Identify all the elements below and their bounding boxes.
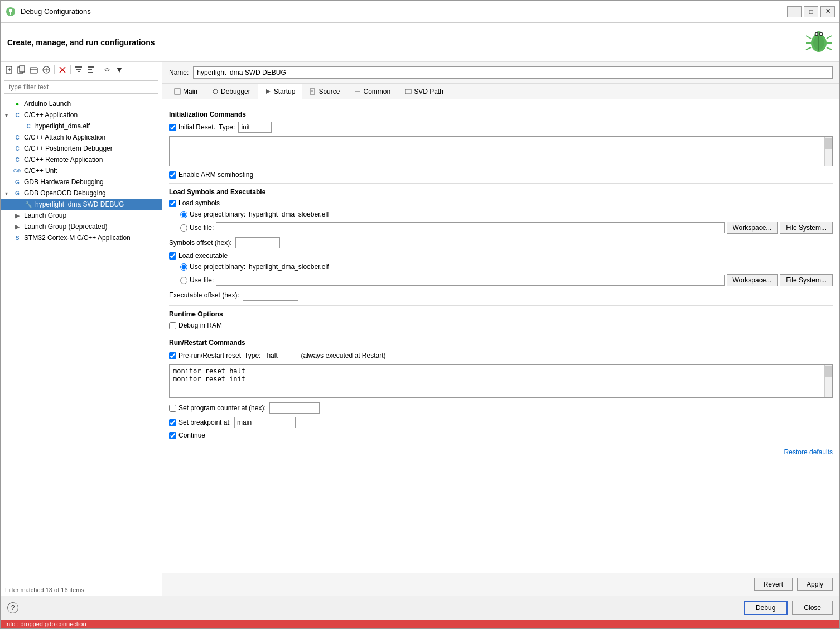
- help-button[interactable]: ?: [7, 602, 18, 613]
- load-executable-label[interactable]: Load executable: [169, 252, 228, 260]
- init-type-input[interactable]: [238, 122, 272, 133]
- pre-run-checkbox[interactable]: [169, 352, 176, 359]
- tree-item-cpp-postmortem[interactable]: C C/C++ Postmortem Debugger: [1, 143, 162, 154]
- filesystem-button-2[interactable]: File System...: [780, 274, 833, 286]
- startup-tab-icon: [265, 88, 272, 95]
- set-pc-checkbox[interactable]: [169, 405, 176, 412]
- dropdown-button[interactable]: ▼: [114, 64, 125, 75]
- use-file-input[interactable]: [216, 222, 724, 233]
- tree-item-stm32[interactable]: S STM32 Cortex-M C/C++ Application: [1, 232, 162, 243]
- use-file2-input[interactable]: [216, 275, 724, 286]
- tree-item-cpp-remote[interactable]: C C/C++ Remote Application: [1, 154, 162, 165]
- tree-item-gdb-openocd[interactable]: ▾ G GDB OpenOCD Debugging: [1, 188, 162, 199]
- pre-run-label[interactable]: Pre-run/Restart reset: [169, 352, 241, 359]
- svg-line-10: [827, 47, 832, 50]
- use-project-binary-radio-label[interactable]: Use project binary:: [180, 210, 245, 218]
- use-project-binary2-radio[interactable]: [180, 263, 187, 271]
- cpp-folder-icon: C: [13, 111, 22, 119]
- delete-config-button[interactable]: [57, 64, 68, 75]
- debug-in-ram-label[interactable]: Debug in RAM: [169, 321, 222, 329]
- init-scrollbar[interactable]: [824, 137, 832, 166]
- tree-item-gdb-hardware[interactable]: G GDB Hardware Debugging: [1, 176, 162, 188]
- tab-startup[interactable]: Startup: [258, 84, 303, 99]
- continue-checkbox[interactable]: [169, 432, 176, 439]
- debug-in-ram-checkbox[interactable]: [169, 322, 176, 329]
- filter-button[interactable]: [73, 64, 84, 75]
- set-breakpoint-checkbox[interactable]: [169, 419, 176, 426]
- title-bar: Debug Configurations ─ □ ✕: [1, 1, 839, 23]
- tab-svd-path[interactable]: SVD Path: [398, 84, 451, 99]
- set-breakpoint-label[interactable]: Set breakpoint at:: [169, 419, 231, 426]
- use-file2-radio-label[interactable]: Use file:: [180, 276, 214, 284]
- load-executable-checkbox[interactable]: [169, 252, 176, 260]
- use-file2-radio[interactable]: [180, 277, 187, 284]
- tree-item-hyperlight-elf[interactable]: C hyperlight_dma.elf: [1, 121, 162, 132]
- set-pc-label[interactable]: Set program counter at (hex):: [169, 404, 266, 412]
- filter-input[interactable]: [4, 80, 158, 94]
- link2-button[interactable]: [102, 64, 113, 75]
- tab-source[interactable]: Source: [302, 84, 347, 99]
- use-file-radio[interactable]: [180, 224, 187, 232]
- tree-label: GDB OpenOCD Debugging: [24, 189, 106, 197]
- open-config-button[interactable]: [28, 64, 40, 75]
- restore-defaults-link[interactable]: Restore defaults: [784, 448, 833, 456]
- tree-item-launch-group[interactable]: ▶ Launch Group: [1, 210, 162, 221]
- set-pc-input[interactable]: [269, 402, 320, 414]
- collapse-button[interactable]: [85, 64, 96, 75]
- apply-button[interactable]: Apply: [797, 578, 833, 591]
- expand-icon-cpp: ▾: [5, 112, 13, 118]
- svg-rect-21: [20, 66, 25, 72]
- main-content: ▼ ● Arduino Launch: [1, 62, 839, 596]
- cpp-icon: C: [13, 133, 22, 142]
- tree-item-cpp-attach[interactable]: C C/C++ Attach to Application: [1, 132, 162, 143]
- tab-debugger[interactable]: Debugger: [205, 84, 258, 99]
- use-project-binary2-radio-label[interactable]: Use project binary:: [180, 263, 245, 271]
- use-file-radio-label[interactable]: Use file:: [180, 224, 214, 232]
- set-breakpoint-input[interactable]: [234, 417, 296, 428]
- run-text-area[interactable]: monitor reset halt monitor reset init: [170, 365, 823, 394]
- svg-rect-26: [75, 66, 82, 68]
- init-text-area[interactable]: [170, 137, 823, 162]
- run-scrollbar[interactable]: [824, 365, 832, 397]
- debug-button[interactable]: Debug: [744, 601, 788, 615]
- use-project-binary-radio[interactable]: [180, 211, 187, 218]
- cpp-icon4: C⊕: [13, 166, 22, 175]
- minimize-button[interactable]: ─: [787, 6, 802, 17]
- tree-label: C/C++ Postmortem Debugger: [24, 145, 113, 152]
- initial-reset-label[interactable]: Initial Reset.: [169, 123, 215, 131]
- new-config-button[interactable]: [4, 64, 15, 75]
- load-symbols-label[interactable]: Load symbols: [169, 199, 220, 207]
- tab-main[interactable]: Main: [167, 84, 205, 99]
- config-name-input[interactable]: [193, 66, 833, 79]
- dialog-close-button[interactable]: Close: [792, 601, 833, 615]
- run-type-input[interactable]: [264, 350, 297, 361]
- duplicate-config-button[interactable]: [16, 64, 27, 75]
- tree-status: Filter matched 13 of 16 items: [1, 584, 162, 596]
- workspace-button-1[interactable]: Workspace...: [727, 222, 778, 234]
- close-button[interactable]: ✕: [820, 6, 835, 17]
- link-config-button[interactable]: [41, 64, 52, 75]
- workspace-button-2[interactable]: Workspace...: [727, 274, 778, 286]
- initial-reset-checkbox[interactable]: [169, 124, 176, 131]
- tree-item-launch-group-deprecated[interactable]: ▶ Launch Group (Deprecated): [1, 221, 162, 232]
- enable-arm-label[interactable]: Enable ARM semihosting: [169, 171, 253, 179]
- tree-item-cpp-application[interactable]: ▾ C C/C++ Application: [1, 109, 162, 121]
- tab-common[interactable]: Common: [347, 84, 398, 99]
- load-symbols-checkbox[interactable]: [169, 200, 176, 207]
- tree-item-arduino-launch[interactable]: ● Arduino Launch: [1, 98, 162, 109]
- bug-icon: [805, 27, 833, 57]
- executable-offset-input[interactable]: [243, 290, 298, 301]
- enable-arm-checkbox[interactable]: [169, 171, 176, 179]
- debugger-tab-icon: [212, 88, 219, 95]
- continue-label[interactable]: Continue: [169, 431, 205, 439]
- maximize-button[interactable]: □: [804, 6, 818, 17]
- revert-button[interactable]: Revert: [754, 578, 793, 591]
- arduino-icon: ●: [13, 99, 22, 108]
- symbols-offset-input[interactable]: [235, 237, 280, 248]
- load-symbols-row: Load symbols: [169, 199, 833, 207]
- tree-item-hyperlight-swd[interactable]: 🔧 hyperlight_dma SWD DEBUG: [1, 199, 162, 210]
- use-project-binary2-row: Use project binary: hyperlight_dma_sloeb…: [180, 263, 833, 271]
- divider-2: [169, 305, 833, 306]
- filesystem-button-1[interactable]: File System...: [780, 222, 833, 234]
- tree-item-cpp-unit[interactable]: C⊕ C/C++ Unit: [1, 165, 162, 176]
